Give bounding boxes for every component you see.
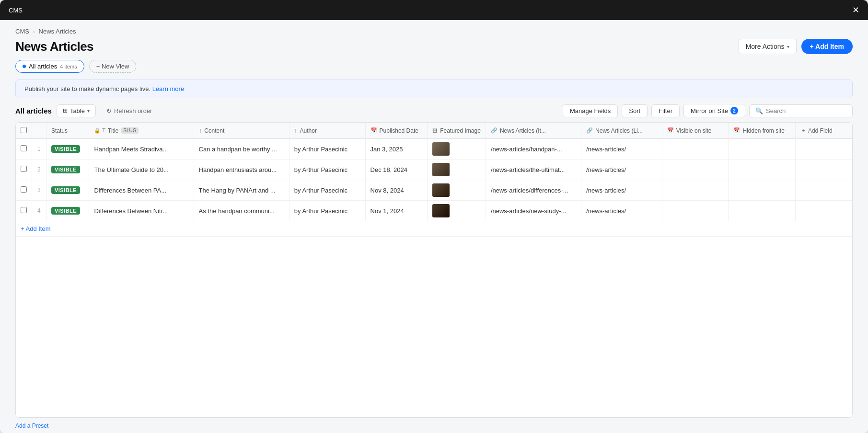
page-header: News Articles More Actions ▾ + Add Item	[0, 35, 868, 54]
footer-bar: Add a Preset	[0, 418, 868, 433]
row1-status: VISIBLE	[46, 139, 89, 160]
info-banner: Publish your site to make dynamic pages …	[15, 80, 853, 98]
add-item-header-button[interactable]: + Add Item	[801, 39, 853, 54]
th-published-date: 📅 Published Date	[365, 123, 428, 139]
row1-num: 1	[32, 139, 46, 160]
title-icon: 🔒 T	[94, 127, 105, 134]
row4-title[interactable]: Differences Between Nitr...	[89, 201, 194, 221]
filter-button[interactable]: Filter	[651, 104, 680, 117]
row2-visible	[662, 160, 729, 180]
header-actions: More Actions ▾ + Add Item	[739, 39, 853, 54]
th-featured-image: 🖼 Featured Image	[428, 123, 486, 139]
row3-title[interactable]: Differences Between PA...	[89, 180, 194, 201]
new-view-button[interactable]: + New View	[89, 60, 137, 73]
image-icon: 🖼	[432, 128, 438, 134]
banner-text: Publish your site to make dynamic pages …	[24, 85, 150, 92]
all-articles-count: 4 items	[60, 64, 77, 69]
row2-image	[428, 160, 486, 180]
add-item-row[interactable]: + Add Item	[16, 221, 852, 237]
th-title: 🔒 T Title SLUG	[89, 123, 194, 139]
content-col-label: Content	[204, 127, 224, 134]
breadcrumb: CMS › News Articles	[0, 20, 868, 35]
slug2-icon: 🔗	[586, 127, 593, 134]
sort-button[interactable]: Sort	[622, 104, 648, 117]
th-author: T Author	[289, 123, 365, 139]
all-articles-view-label: All articles	[15, 107, 52, 115]
row1-author: by Arthur Pasecinic	[289, 139, 365, 160]
row4-content: As the handpan communi...	[194, 201, 289, 221]
add-field-button[interactable]: ＋ Add Field	[800, 126, 847, 135]
row1-addfield	[795, 139, 852, 160]
row2-slug1: /news-articles/the-ultimat...	[486, 160, 581, 180]
row4-visible	[662, 201, 729, 221]
table-row: 1 VISIBLE Handpan Meets Stradiva... Can …	[16, 139, 852, 160]
all-articles-tab[interactable]: All articles 4 items	[15, 60, 84, 73]
row2-title[interactable]: The Ultimate Guide to 20...	[89, 160, 194, 180]
row1-title[interactable]: Handpan Meets Stradiva...	[89, 139, 194, 160]
row2-status: VISIBLE	[46, 160, 89, 180]
row2-date: Dec 18, 2024	[365, 160, 428, 180]
plus-icon: ＋	[800, 126, 806, 135]
slug-badge: SLUG	[121, 127, 138, 134]
row1-slug1: /news-articles/handpan-...	[486, 139, 581, 160]
select-all-checkbox[interactable]	[21, 127, 27, 133]
table-row: 2 VISIBLE The Ultimate Guide to 20... Ha…	[16, 160, 852, 180]
data-table-container: Status 🔒 T Title SLUG T	[15, 122, 853, 418]
breadcrumb-separator: ›	[33, 29, 35, 34]
mirror-badge: 2	[730, 107, 738, 114]
author-icon: T	[294, 128, 298, 134]
row2-slug2: /news-articles/	[581, 160, 662, 180]
modal-titlebar: CMS ✕	[0, 0, 868, 20]
row2-hidden	[729, 160, 795, 180]
modal-body: CMS › News Articles News Articles More A…	[0, 20, 868, 433]
th-content: T Content	[194, 123, 289, 139]
title-col-label: Title	[108, 127, 118, 134]
th-status: Status	[46, 123, 89, 139]
image-col-label: Featured Image	[440, 127, 481, 134]
status-col-label: Status	[51, 127, 68, 134]
slug2-col-label: News Articles (Li...	[595, 127, 643, 134]
refresh-icon: ↻	[106, 107, 112, 114]
row3-content: The Hang by PANArt and ...	[194, 180, 289, 201]
table-icon: ⊞	[63, 107, 68, 114]
row3-checkbox	[16, 180, 32, 201]
th-news-articles-it: 🔗 News Articles (It...	[486, 123, 581, 139]
toolbar-right: Manage Fields Sort Filter Mirror on Site…	[563, 104, 853, 117]
th-visible-on-site: 📅 Visible on site	[662, 123, 729, 139]
row3-status: VISIBLE	[46, 180, 89, 201]
row1-content: Can a handpan be worthy ...	[194, 139, 289, 160]
row3-num: 3	[32, 180, 46, 201]
row2-content: Handpan enthusiasts arou...	[194, 160, 289, 180]
add-item-label[interactable]: + Add Item	[16, 221, 852, 237]
refresh-order-button[interactable]: ↻ Refresh order	[101, 105, 158, 117]
row3-slug1: /news-articles/differences-...	[486, 180, 581, 201]
table-toolbar: All articles ⊞ Table ▾ ↻ Refresh order M…	[0, 98, 868, 117]
more-actions-button[interactable]: More Actions ▾	[739, 39, 797, 54]
mirror-on-site-button[interactable]: Mirror on Site 2	[683, 104, 745, 117]
all-articles-label: All articles	[29, 63, 57, 70]
row1-visible	[662, 139, 729, 160]
row3-date: Nov 8, 2024	[365, 180, 428, 201]
row1-checkbox	[16, 139, 32, 160]
table-body: 1 VISIBLE Handpan Meets Stradiva... Can …	[16, 139, 852, 237]
search-input[interactable]	[766, 107, 846, 114]
date-icon: 📅	[370, 127, 377, 134]
modal-close-button[interactable]: ✕	[852, 6, 859, 14]
breadcrumb-current: News Articles	[39, 28, 76, 35]
row3-author: by Arthur Pasecinic	[289, 180, 365, 201]
table-header: Status 🔒 T Title SLUG T	[16, 123, 852, 139]
th-hidden-from-site: 📅 Hidden from site	[729, 123, 795, 139]
table-row: 3 VISIBLE Differences Between PA... The …	[16, 180, 852, 201]
row3-visible	[662, 180, 729, 201]
row1-hidden	[729, 139, 795, 160]
manage-fields-button[interactable]: Manage Fields	[563, 104, 618, 117]
th-news-articles-li: 🔗 News Articles (Li...	[581, 123, 662, 139]
table-view-button[interactable]: ⊞ Table ▾	[57, 104, 96, 117]
add-preset-button[interactable]: Add a Preset	[15, 422, 48, 429]
search-box: 🔍	[749, 104, 853, 117]
row3-slug2: /news-articles/	[581, 180, 662, 201]
row4-checkbox	[16, 201, 32, 221]
banner-learn-more-link[interactable]: Learn more	[152, 85, 184, 92]
row4-num: 4	[32, 201, 46, 221]
breadcrumb-cms[interactable]: CMS	[15, 28, 29, 35]
